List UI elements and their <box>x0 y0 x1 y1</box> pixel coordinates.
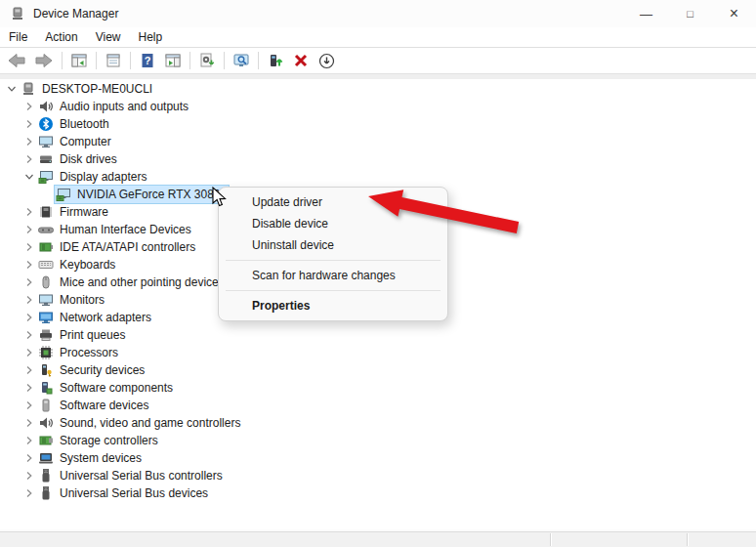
tree-item-storage-controllers[interactable]: Storage controllers <box>0 432 756 449</box>
chevron-down-icon[interactable] <box>21 169 37 185</box>
context-menu-item-properties[interactable]: Properties <box>219 295 447 316</box>
menu-view[interactable]: View <box>87 27 130 47</box>
tree-item-label: Universal Serial Bus devices <box>60 486 208 500</box>
tree-item-content[interactable]: Processors <box>37 344 126 361</box>
tree-item-content[interactable]: Computer <box>37 133 119 150</box>
software-components-icon <box>38 380 54 396</box>
display-adapter-icon <box>38 169 54 185</box>
chevron-right-icon[interactable] <box>21 415 37 431</box>
menu-action[interactable]: Action <box>36 27 86 47</box>
chevron-right-icon[interactable] <box>21 134 37 149</box>
maximize-button[interactable]: □ <box>668 0 712 27</box>
tree-item-content[interactable]: Sound, video and game controllers <box>37 414 248 432</box>
tree-item-software-components[interactable]: Software components <box>0 379 756 397</box>
disable-device-button[interactable] <box>315 49 338 72</box>
context-menu-item-scan-for-hardware-changes[interactable]: Scan for hardware changes <box>219 265 447 286</box>
tree-item-content[interactable]: Mice and other pointing devices <box>37 274 232 291</box>
context-menu-item-uninstall-device[interactable]: Uninstall device <box>219 234 447 256</box>
tree-item-label: Audio inputs and outputs <box>60 100 189 113</box>
tree-item-disk-drives[interactable]: Disk drives <box>0 150 756 168</box>
tree-item-content[interactable]: Disk drives <box>37 150 125 168</box>
tree-item-content[interactable]: Firmware <box>37 203 116 221</box>
chevron-right-icon[interactable] <box>21 257 37 273</box>
tree-item-content[interactable]: Bluetooth <box>37 115 117 133</box>
security-icon <box>38 362 54 378</box>
context-menu-item-update-driver[interactable]: Update driver <box>219 191 447 213</box>
minimize-button[interactable]: — <box>624 0 668 27</box>
menu-file[interactable]: File <box>8 27 36 47</box>
show-console-tree-button[interactable] <box>67 49 91 72</box>
tree-item-content[interactable]: Keyboards <box>37 256 123 274</box>
tree-item-display-adapters[interactable]: Display adapters <box>0 168 756 186</box>
close-button[interactable]: × <box>712 0 756 27</box>
chevron-right-icon[interactable] <box>21 380 37 396</box>
tree-item-desktop-me0ucli[interactable]: DESKTOP-ME0UCLI <box>0 80 756 98</box>
context-menu-item-disable-device[interactable]: Disable device <box>219 213 447 234</box>
tree-item-computer[interactable]: Computer <box>0 133 756 150</box>
chevron-right-icon[interactable] <box>21 274 37 290</box>
chevron-right-icon[interactable] <box>21 204 37 220</box>
chevron-right-icon[interactable] <box>21 450 37 466</box>
tree-item-sound-video-and-game-controllers[interactable]: Sound, video and game controllers <box>0 414 756 432</box>
tree-item-content[interactable]: Display adapters <box>37 168 154 186</box>
tree-item-content[interactable]: Human Interface Devices <box>37 221 199 238</box>
tree-item-content[interactable]: Software devices <box>37 397 156 414</box>
display-adapter-icon <box>56 187 71 202</box>
action-pane-button[interactable] <box>161 49 185 72</box>
tree-item-content[interactable]: Monitors <box>37 291 112 309</box>
back-button[interactable] <box>4 49 29 72</box>
chevron-right-icon[interactable] <box>21 398 37 413</box>
chevron-right-icon[interactable] <box>21 292 37 308</box>
tree-item-content[interactable]: Audio inputs and outputs <box>37 98 196 115</box>
tree-item-content[interactable]: Universal Serial Bus devices <box>37 484 216 502</box>
svg-text:?: ? <box>145 55 151 66</box>
scan-for-hardware-changes-button[interactable] <box>195 49 219 72</box>
chevron-right-icon[interactable] <box>21 222 37 237</box>
window-controls: — □ × <box>624 0 756 27</box>
tree-item-processors[interactable]: Processors <box>0 344 756 361</box>
tree-item-universal-serial-bus-controllers[interactable]: Universal Serial Bus controllers <box>0 467 756 484</box>
action-pane-icon <box>165 53 181 68</box>
chevron-right-icon[interactable] <box>21 99 37 114</box>
chevron-down-icon[interactable] <box>4 81 20 97</box>
tree-item-content[interactable]: Network adapters <box>37 309 159 326</box>
update-driver-button[interactable] <box>264 49 287 72</box>
audio-icon <box>38 99 54 114</box>
chevron-right-icon[interactable] <box>21 468 37 484</box>
chevron-right-icon[interactable] <box>21 327 37 343</box>
tree-item-content[interactable]: Universal Serial Bus controllers <box>37 467 231 484</box>
chevron-right-icon[interactable] <box>21 151 37 167</box>
chevron-right-icon[interactable] <box>21 239 37 255</box>
chevron-right-icon[interactable] <box>21 433 37 448</box>
tree-item-content[interactable]: NVIDIA GeForce RTX 3080 <box>55 186 229 203</box>
tree-item-software-devices[interactable]: Software devices <box>0 397 756 414</box>
tree-item-system-devices[interactable]: System devices <box>0 449 756 467</box>
help-button[interactable]: ? <box>136 49 159 72</box>
tree-item-security-devices[interactable]: Security devices <box>0 361 756 379</box>
tree-item-content[interactable]: IDE ATA/ATAPI controllers <box>37 238 203 256</box>
uninstall-device-button[interactable] <box>289 49 313 72</box>
tree-item-audio-inputs-and-outputs[interactable]: Audio inputs and outputs <box>0 98 756 115</box>
forward-button[interactable] <box>31 49 57 72</box>
tree-item-universal-serial-bus-devices[interactable]: Universal Serial Bus devices <box>0 484 756 502</box>
tree-item-content[interactable]: Print queues <box>37 326 133 344</box>
properties-button[interactable] <box>102 49 125 72</box>
tree-item-content[interactable]: DESKTOP-ME0UCLI <box>20 80 160 98</box>
chevron-right-icon[interactable] <box>21 485 37 501</box>
hid-icon <box>38 222 54 237</box>
tree-item-print-queues[interactable]: Print queues <box>0 326 756 344</box>
tree-item-content[interactable]: System devices <box>37 449 149 467</box>
tree-item-content[interactable]: Security devices <box>37 361 152 379</box>
tree-item-content[interactable]: Storage controllers <box>37 432 166 449</box>
console-tree-icon <box>71 53 87 68</box>
chevron-right-icon[interactable] <box>21 345 37 360</box>
chevron-right-icon[interactable] <box>21 116 37 132</box>
chevron-right-icon[interactable] <box>21 362 37 378</box>
tree-item-bluetooth[interactable]: Bluetooth <box>0 115 756 133</box>
tree-item-content[interactable]: Software components <box>37 379 181 397</box>
ide-icon <box>38 239 54 255</box>
chevron-right-icon[interactable] <box>21 310 37 325</box>
menu-help[interactable]: Help <box>130 27 172 47</box>
context-menu-separator <box>226 260 441 261</box>
search-devices-button[interactable] <box>230 49 253 72</box>
